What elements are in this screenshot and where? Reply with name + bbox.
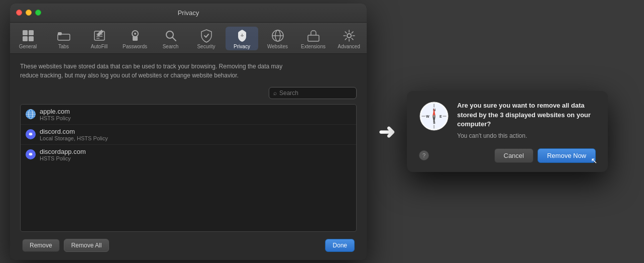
toolbar-item-websites[interactable]: Websites	[261, 27, 294, 50]
toolbar-item-tabs[interactable]: Tabs	[47, 27, 80, 50]
svg-line-14	[172, 37, 176, 41]
site-list: apple.com HSTS Policy discord.com Local …	[20, 104, 357, 232]
toolbar-label-advanced: Advanced	[338, 44, 360, 49]
general-icon	[21, 29, 35, 43]
toolbar-label-general: General	[19, 44, 37, 49]
svg-point-45	[433, 115, 436, 118]
svg-rect-2	[23, 36, 28, 41]
remove-now-button[interactable]: Remove Now ↖	[538, 148, 596, 163]
site-favicon-apple	[26, 109, 36, 119]
site-info-discord: discord.com Local Storage, HSTS Policy	[40, 128, 108, 141]
alert-buttons: Cancel Remove Now ↖	[494, 148, 596, 163]
arrow-icon: ➜	[378, 120, 395, 143]
alert-text-block: Are you sure you want to remove all data…	[457, 101, 596, 140]
site-meta: HSTS Policy	[40, 115, 71, 121]
svg-rect-1	[29, 30, 34, 35]
toolbar-item-autofill[interactable]: AutoFill	[83, 27, 116, 50]
arrow-container: ➜	[367, 120, 407, 143]
description-text: These websites have stored data that can…	[20, 62, 301, 80]
alert-title: Are you sure you want to remove all data…	[457, 101, 596, 129]
list-item[interactable]: discord.com Local Storage, HSTS Policy	[21, 125, 356, 145]
toolbar-label-autofill: AutoFill	[91, 44, 108, 49]
remove-now-label: Remove Now	[547, 152, 586, 159]
websites-icon	[271, 29, 285, 43]
svg-point-12	[134, 33, 136, 35]
site-info-apple: apple.com HSTS Policy	[40, 108, 71, 121]
toolbar-item-extensions[interactable]: Extensions	[297, 27, 330, 50]
privacy-content: These websites have stored data that can…	[10, 54, 367, 260]
site-name: discord.com	[40, 128, 108, 135]
remove-all-button[interactable]: Remove All	[64, 239, 110, 252]
site-favicon-discordapp	[26, 149, 36, 159]
preferences-window: Privacy General Tabs	[10, 4, 367, 260]
maximize-button[interactable]	[35, 10, 41, 16]
svg-text:E: E	[440, 115, 442, 118]
toolbar-label-privacy: Privacy	[234, 44, 250, 49]
alert-help-button[interactable]: ?	[419, 150, 429, 160]
site-meta: Local Storage, HSTS Policy	[40, 135, 108, 141]
remove-button[interactable]: Remove	[22, 239, 60, 252]
title-bar: Privacy	[10, 4, 367, 23]
svg-point-28	[29, 134, 30, 135]
site-favicon-discord	[26, 129, 36, 139]
window-title: Privacy	[178, 9, 199, 17]
alert-top: N E S W Are you sure you want to remove …	[419, 101, 596, 140]
toolbar-item-advanced[interactable]: Advanced	[333, 27, 365, 50]
list-item[interactable]: discordapp.com HSTS Policy	[21, 145, 356, 164]
search-icon	[164, 29, 178, 43]
toolbar-label-search: Search	[163, 44, 179, 49]
autofill-icon	[92, 29, 106, 43]
alert-subtitle: You can't undo this action.	[457, 132, 596, 140]
list-item[interactable]: apple.com HSTS Policy	[21, 105, 356, 125]
svg-rect-20	[308, 35, 319, 41]
close-button[interactable]	[16, 10, 22, 16]
left-buttons: Remove Remove All	[22, 239, 109, 252]
traffic-lights	[16, 10, 41, 16]
alert-bottom: ? Cancel Remove Now ↖	[419, 148, 596, 163]
toolbar-item-security[interactable]: Security	[190, 27, 223, 50]
done-button[interactable]: Done	[325, 239, 355, 252]
toolbar-item-search[interactable]: Search	[154, 27, 187, 50]
security-icon	[199, 29, 213, 43]
toolbar: General Tabs AutoFill	[10, 23, 367, 54]
toolbar-label-security: Security	[197, 44, 215, 49]
svg-text:W: W	[426, 115, 430, 118]
extensions-icon	[306, 29, 320, 43]
toolbar-item-general[interactable]: General	[12, 27, 44, 50]
svg-point-29	[31, 134, 32, 135]
site-info-discordapp: discordapp.com HSTS Policy	[40, 148, 86, 161]
search-bar: ⌕	[20, 87, 357, 99]
privacy-icon	[235, 29, 249, 43]
passwords-icon	[128, 29, 142, 43]
site-meta: HSTS Policy	[40, 155, 86, 161]
svg-rect-3	[29, 36, 34, 41]
svg-rect-11	[133, 36, 138, 41]
svg-point-31	[29, 154, 30, 155]
toolbar-item-privacy[interactable]: Privacy	[226, 27, 258, 50]
site-name: discordapp.com	[40, 148, 86, 155]
svg-rect-5	[58, 32, 62, 35]
svg-point-32	[31, 154, 32, 155]
search-input-icon: ⌕	[273, 90, 277, 97]
toolbar-label-websites: Websites	[267, 44, 288, 49]
search-input-wrap[interactable]: ⌕	[269, 87, 357, 99]
toolbar-label-tabs: Tabs	[58, 44, 69, 49]
svg-point-21	[347, 34, 351, 38]
alert-dialog: N E S W Are you sure you want to remove …	[407, 91, 608, 171]
minimize-button[interactable]	[26, 10, 32, 16]
toolbar-label-passwords: Passwords	[123, 44, 147, 49]
cursor-icon: ↖	[591, 156, 597, 165]
advanced-icon	[342, 29, 356, 43]
site-name: apple.com	[40, 108, 71, 115]
search-input[interactable]	[279, 90, 352, 97]
cancel-button[interactable]: Cancel	[494, 148, 533, 163]
bottom-bar: Remove Remove All Done	[20, 239, 357, 252]
svg-rect-0	[23, 30, 28, 35]
safari-icon: N E S W	[419, 101, 449, 131]
toolbar-item-passwords[interactable]: Passwords	[119, 27, 151, 50]
tabs-icon	[57, 29, 71, 43]
toolbar-label-extensions: Extensions	[301, 44, 326, 49]
